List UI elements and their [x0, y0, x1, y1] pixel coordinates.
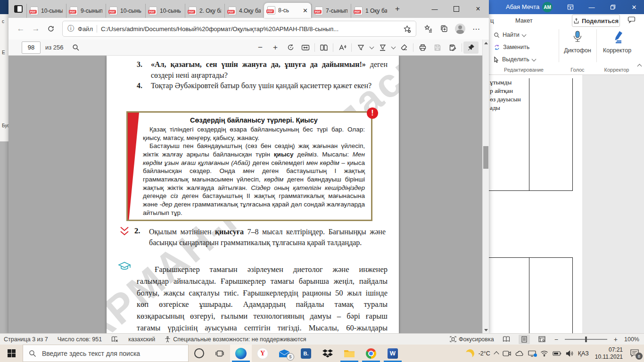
taskbar-chrome[interactable] [360, 345, 382, 362]
erase-icon[interactable] [396, 41, 412, 54]
ribbon-tab-layout[interactable]: Макет [515, 17, 533, 24]
taskbar-dropbox[interactable] [317, 345, 339, 362]
taskbar-word[interactable]: W [382, 345, 404, 362]
word-minimize-button[interactable]: — [585, 3, 599, 11]
zoom-in-button[interactable]: + [614, 336, 618, 343]
address-bar[interactable]: ⓘ Файл C:/Users/admin/Documents/Новый%20… [62, 21, 416, 37]
fit-to-width-icon[interactable] [298, 41, 313, 54]
taskbar-bitrix[interactable]: B. [295, 345, 317, 362]
zoom-slider[interactable] [565, 339, 607, 340]
pdf-viewport[interactable]: АРМАН-ПВ баспасы 3. «Ал, қазағым, сен үш… [8, 56, 489, 333]
new-tab-button[interactable]: + [395, 4, 400, 14]
tab-group-icon[interactable] [436, 21, 452, 36]
word-document-area[interactable]: ұтымды р айтқан өз дауысын ады [489, 75, 644, 334]
search-document-icon[interactable] [68, 41, 83, 54]
draw-pen-icon[interactable] [353, 41, 368, 54]
page-indicator[interactable]: Страница 3 из 7 [4, 336, 48, 343]
keyboard-language[interactable]: ҚАЗ [578, 350, 589, 357]
battery-icon[interactable] [553, 351, 561, 356]
tab-10-synyp-3[interactable]: PDF 10-сынь [145, 4, 185, 18]
wifi-icon[interactable] [540, 350, 548, 356]
back-button[interactable]: ← [13, 21, 28, 36]
search-input[interactable] [41, 349, 182, 358]
save-as-icon[interactable] [445, 41, 460, 54]
add-favorite-icon[interactable] [403, 25, 411, 33]
weather-moon-icon[interactable] [464, 348, 476, 359]
tab-9-synyp[interactable]: PDF 9-сынып [66, 4, 106, 18]
find-button[interactable]: Найти [494, 30, 526, 40]
profile-avatar[interactable] [452, 21, 468, 36]
replace-button[interactable]: Заменить [494, 42, 529, 52]
word-count[interactable]: Число слов: 951 [58, 336, 102, 343]
forward-button[interactable]: → [28, 21, 43, 36]
word-restore-button[interactable] [606, 3, 620, 11]
page-number-input[interactable] [22, 41, 41, 54]
tab-actions-menu-icon[interactable] [14, 5, 23, 13]
account-name[interactable]: Абая Мечта [506, 3, 539, 10]
editor-button[interactable]: Корректор [598, 30, 636, 54]
tab-oqu-4[interactable]: PDF 4.Оқу ба [224, 4, 264, 18]
clock[interactable]: 07:21 10.11.2021 [595, 346, 623, 361]
account-avatar[interactable]: АМ [542, 2, 553, 12]
display-connect-icon[interactable] [528, 350, 536, 357]
meet-now-icon[interactable] [503, 350, 511, 357]
share-button[interactable]: Поделиться [572, 15, 620, 27]
temperature[interactable]: -2°C [479, 350, 490, 357]
highlighter-dropdown-icon[interactable] [390, 41, 396, 54]
select-button[interactable]: Выделить [494, 55, 536, 64]
comments-icon[interactable] [627, 16, 636, 24]
tab-7-synyp[interactable]: PDF 7-сынып [311, 4, 351, 18]
scroll-up-arrow[interactable] [483, 40, 489, 46]
scroll-down-arrow[interactable] [483, 327, 489, 333]
rotate-icon[interactable] [283, 41, 298, 54]
page-info-icon[interactable]: ⓘ [67, 25, 74, 33]
maximize-button[interactable] [446, 0, 467, 18]
taskbar-yandex[interactable]: Y [252, 345, 273, 362]
onedrive-cloud-icon[interactable] [515, 351, 524, 356]
tab-oqu-1[interactable]: PDF 1 Оқу ба [351, 4, 390, 18]
tray-overflow-icon[interactable] [494, 351, 499, 356]
pin-toolbar-icon[interactable] [463, 41, 479, 54]
tab-close-icon[interactable]: ✕ [303, 7, 308, 14]
print-layout-button[interactable] [519, 335, 530, 344]
spellcheck-icon[interactable] [111, 336, 119, 343]
zoom-slider-thumb[interactable] [585, 337, 587, 342]
accessibility-status[interactable]: Специальные возможности: не поддерживают… [165, 336, 306, 343]
refresh-button[interactable] [43, 21, 58, 36]
taskbar-explorer[interactable] [339, 345, 360, 362]
url-text[interactable]: C:/Users/admin/Documents/Новый%20формат/… [101, 25, 399, 33]
settings-more-icon[interactable]: ⋯ [468, 21, 484, 36]
draw-pen-dropdown-icon[interactable] [368, 41, 375, 54]
ribbon-tab-fragment[interactable]: ц [490, 17, 494, 24]
scrollbar-thumb[interactable] [483, 146, 488, 169]
minimize-button[interactable]: — [424, 0, 446, 18]
tab-10-synyp-2[interactable]: PDF 10-сынь [106, 4, 145, 18]
page-view-icon[interactable] [316, 41, 331, 54]
zoom-in-icon[interactable]: + [268, 41, 283, 54]
dictate-button[interactable]: Диктофон [561, 30, 594, 54]
highlighter-icon[interactable] [375, 41, 390, 54]
collapse-ribbon-icon[interactable] [638, 66, 641, 68]
start-button[interactable] [0, 345, 23, 362]
language-indicator[interactable]: казахский [128, 336, 155, 343]
zoom-out-button[interactable]: − [554, 336, 558, 343]
taskbar-edge[interactable] [230, 345, 252, 362]
save-icon[interactable] [430, 41, 445, 54]
cortana-button[interactable] [189, 345, 209, 362]
close-button[interactable]: × [467, 0, 489, 18]
zoom-percentage[interactable]: 100% [624, 336, 639, 343]
read-aloud-icon[interactable] [335, 41, 350, 54]
tab-oqu-2[interactable]: PDF 2. Оқу ба [185, 4, 224, 18]
taskbar-mail[interactable]: 5 [273, 345, 295, 362]
word-close-button[interactable]: ✕ [627, 3, 641, 11]
collections-icon[interactable] [420, 21, 436, 36]
web-layout-button[interactable] [537, 335, 548, 344]
tab-8-synyp-active[interactable]: PDF 8-сь ✕ [264, 3, 311, 18]
read-mode-button[interactable] [501, 335, 512, 344]
ribbon-display-options-icon[interactable] [563, 3, 578, 11]
zoom-out-icon[interactable]: − [253, 41, 268, 54]
pdf-scrollbar[interactable] [482, 40, 489, 333]
task-view-button[interactable] [209, 345, 230, 362]
focus-mode-button[interactable]: Фокусировка [450, 336, 494, 343]
print-icon[interactable] [415, 41, 430, 54]
